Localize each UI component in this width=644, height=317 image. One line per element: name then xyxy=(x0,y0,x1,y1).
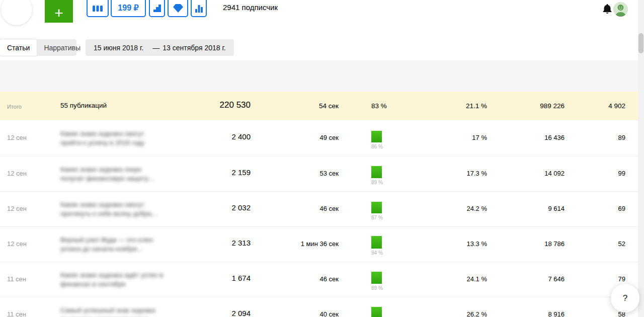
row-date: 11 сен xyxy=(7,310,26,317)
subscribers-count: 2941 подписчик xyxy=(223,3,278,12)
read-map-bar xyxy=(371,307,382,317)
row-reads: 2 159 xyxy=(191,168,251,177)
row-reach: 9 614 xyxy=(503,205,565,212)
row-title-blurred[interactable]: Какие знаки зодиака ждёт успех вфинансах… xyxy=(60,271,196,289)
read-map-percent: 89 % xyxy=(371,285,383,291)
read-map-percent: 94 % xyxy=(371,250,383,256)
table-row[interactable]: 12 сен Какие знаки зодиака скорополучат … xyxy=(0,156,638,191)
summary-publications: 55 публикаций xyxy=(60,102,107,109)
row-ctr: 13.3 % xyxy=(428,240,487,248)
user-avatar[interactable] xyxy=(613,2,628,17)
summary-label: Итого xyxy=(7,104,22,110)
row-date: 12 сен xyxy=(7,240,27,248)
earnings-button[interactable]: 199 ₽ xyxy=(111,0,146,17)
date-range-from: 15 июня 2018 г. xyxy=(94,44,143,52)
row-avg-time: 46 сек xyxy=(282,205,339,212)
row-ctr: 24.2 % xyxy=(428,205,487,212)
row-title-blurred[interactable]: Верный узел Фуда — это ключуспеха до нач… xyxy=(60,235,196,254)
row-likes: 89 xyxy=(579,134,625,141)
karma-button[interactable] xyxy=(168,0,188,17)
table-row[interactable]: 11 сен Какие знаки зодиака ждёт успех вф… xyxy=(0,262,638,297)
row-reads: 2 094 xyxy=(191,309,251,317)
summary-reads: 220 530 xyxy=(191,100,251,110)
read-map-bar xyxy=(371,272,382,284)
row-reads: 2 032 xyxy=(191,203,251,212)
row-likes: 99 xyxy=(579,170,625,177)
row-date: 12 сен xyxy=(7,134,27,141)
earnings-amount: 199 ₽ xyxy=(118,3,138,13)
stairs-icon xyxy=(153,5,162,13)
read-map-bar xyxy=(371,236,382,249)
chart-button[interactable] xyxy=(191,0,207,17)
row-date: 12 сен xyxy=(7,205,27,212)
row-title-blurred[interactable]: Какие знаки зодиака скорополучат финансо… xyxy=(60,165,196,183)
read-map-bar xyxy=(371,131,382,142)
growth-steps-button[interactable] xyxy=(149,0,165,17)
tab-narratives[interactable]: Нарративы xyxy=(37,39,88,56)
row-avg-time: 53 сек xyxy=(282,170,339,177)
stats-bars-button[interactable] xyxy=(87,0,109,17)
row-ctr: 17.3 % xyxy=(428,170,487,177)
row-date: 11 сен xyxy=(7,275,26,283)
row-read-map[interactable]: 90 % xyxy=(371,297,401,317)
notifications-bell-icon[interactable] xyxy=(603,4,612,14)
table-row[interactable]: 11 сен Самый успешный знак зодиакапо мне… xyxy=(0,297,638,317)
tab-articles[interactable]: Статьи xyxy=(0,39,37,56)
three-bars-icon xyxy=(92,5,103,13)
zen-stats-page: + 199 ₽ 2941 подписчик xyxy=(0,0,644,317)
row-reads: 2 313 xyxy=(191,239,251,247)
row-ctr: 24.1 % xyxy=(428,275,487,283)
summary-likes: 4 902 xyxy=(579,102,625,110)
read-map-bar xyxy=(371,202,382,213)
channel-avatar[interactable] xyxy=(1,0,32,25)
row-likes: 69 xyxy=(579,205,625,212)
row-reach: 8 916 xyxy=(503,310,565,317)
row-avg-time: 40 сек xyxy=(282,310,339,317)
date-range-picker[interactable]: 15 июня 2018 г. — 13 сентября 2018 г. xyxy=(86,39,234,56)
row-reach: 18 786 xyxy=(503,240,565,248)
summary-ctr: 21.1 % xyxy=(428,102,487,110)
date-range-to: 13 сентября 2018 г. xyxy=(163,44,225,52)
row-date: 12 сен xyxy=(7,170,27,177)
bar-chart-icon xyxy=(195,4,203,13)
table-row[interactable]: 12 сен Какие знаки зодиака смогутприйти … xyxy=(0,121,638,156)
scrollbar-track xyxy=(638,0,644,317)
row-reach: 14 092 xyxy=(503,170,565,177)
read-map-bar xyxy=(371,166,382,178)
row-title-blurred[interactable]: Какие знаки зодиака смогутприйти к успех… xyxy=(60,129,196,147)
diamond-icon xyxy=(173,4,183,13)
row-ctr: 17 % xyxy=(428,134,487,141)
row-read-map[interactable]: 94 % xyxy=(371,227,401,262)
summary-reach: 989 226 xyxy=(503,102,565,110)
row-read-map[interactable]: 87 % xyxy=(371,192,401,227)
row-reads: 1 674 xyxy=(191,274,251,282)
row-reach: 7 646 xyxy=(503,275,565,283)
add-publication-button[interactable]: + xyxy=(45,0,73,23)
row-ctr: 26.2 % xyxy=(428,310,487,317)
row-title-blurred[interactable]: Самый успешный знак зодиакапо мнению аст… xyxy=(60,306,196,317)
row-reach: 16 436 xyxy=(503,134,565,141)
content-type-tabs: Статьи Нарративы xyxy=(0,39,76,56)
row-reads: 2 400 xyxy=(191,132,251,141)
summary-row: Итого 55 публикаций 220 530 54 сек 83 % … xyxy=(0,92,638,120)
date-range-separator: — xyxy=(152,44,159,52)
help-floating-button[interactable]: ? xyxy=(611,284,639,312)
table-row[interactable]: 12 сен Какие знаки зодиака смогутпритяну… xyxy=(0,191,638,226)
table-header: ↑Дата Публикация Дочитывания ? Сред. вре… xyxy=(0,60,638,92)
summary-avg-time: 54 сек xyxy=(282,102,339,110)
read-map-percent: 86 % xyxy=(371,144,383,149)
row-likes: 52 xyxy=(579,240,625,248)
row-avg-time: 49 сек xyxy=(282,134,339,141)
read-map-percent: 87 % xyxy=(371,215,383,220)
row-avg-time: 1 мин 36 сек xyxy=(282,240,339,248)
table-row[interactable]: 12 сен Верный узел Фуда — это ключуспеха… xyxy=(0,226,638,262)
row-likes: 79 xyxy=(579,275,625,283)
scrollbar-thumb[interactable] xyxy=(638,33,643,53)
row-avg-time: 46 сек xyxy=(282,275,339,283)
summary-read-map: 83 % xyxy=(371,102,387,110)
row-read-map[interactable]: 89 % xyxy=(371,262,401,297)
row-title-blurred[interactable]: Какие знаки зодиака смогутпритянуть к се… xyxy=(60,200,196,218)
row-read-map[interactable]: 86 % xyxy=(371,121,401,156)
row-read-map[interactable]: 89 % xyxy=(371,156,401,192)
row-likes: 58 xyxy=(579,310,625,317)
